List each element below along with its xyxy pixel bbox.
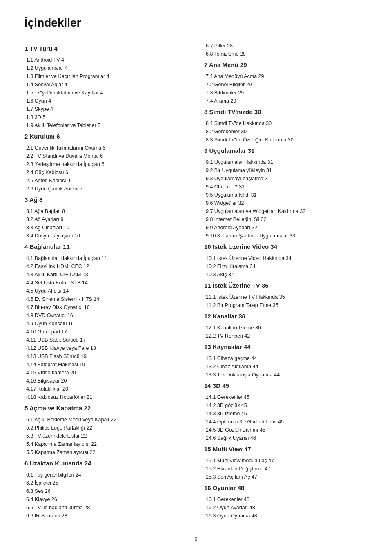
toc-entry: 2.1 Güvenlik Talimatlarını Okuma 6 <box>24 144 188 152</box>
toc-entry: 7.4 Arama 29 <box>204 97 368 105</box>
toc-entry: 4.12 USB Klavye veya Fare 18 <box>24 344 188 352</box>
section-heading-text: 6 Uzaktan Kumanda 24 <box>24 460 188 467</box>
toc-entry: 7.1 Ana Menüyü Açma 29 <box>204 72 368 81</box>
section-heading: 3 Ağ 8 <box>24 196 188 203</box>
toc-entry: 4.18 Kablosuz Hoparlörler 21 <box>24 393 188 401</box>
toc-entry: 4.14 Fotoğraf Makinesi 19 <box>24 360 188 369</box>
section-heading: 8 Şimdi TV'nizde 30 <box>204 108 368 115</box>
toc-entry: 15.3 Son Açılanı Aç 47 <box>204 473 368 481</box>
toc-entry: 6.8 Temizleme 28 <box>204 50 368 58</box>
toc-entry: 1.6 Oyun 4 <box>24 97 188 105</box>
toc-entry: 6.7 Piller 28 <box>204 42 368 50</box>
toc-entry: 5.4 Kapanma Zamanlayıcısı 22 <box>24 440 188 448</box>
toc-entry: 4.15 Video kamera 20 <box>24 369 188 377</box>
toc-entry: 2.2 TV Standı ve Duvara Montaj 6 <box>24 152 188 160</box>
section-heading-text: 1 TV Turu 4 <box>24 45 188 52</box>
toc-entry: 9.7 Uygulamaları ve Widget'ları Kaldırma… <box>204 207 368 215</box>
section-heading-text: 8 Şimdi TV'nizde 30 <box>204 108 368 115</box>
section-heading: 15 Multi View 47 <box>204 445 368 452</box>
toc-entry: 4.5 Uydu Alıcısı 14 <box>24 287 188 295</box>
toc-entry: 11.1 İstek Üzerine TV Hakkında 35 <box>204 293 368 301</box>
section-heading: 14 3D 45 <box>204 382 368 389</box>
toc-entry: 9.5 Uygulama Kilidi 31 <box>204 191 368 199</box>
toc-entry: 13.1 Cihaza geçme 44 <box>204 354 368 363</box>
section-heading-text: 2 Kurulum 6 <box>24 133 188 140</box>
toc-entry: 5.3 TV üzerindeki tuşlar 22 <box>24 432 188 440</box>
section-heading: 2 Kurulum 6 <box>24 133 188 140</box>
toc-entry: 14.1 Gerekenler 45 <box>204 393 368 401</box>
toc-entry: 8.3 Şimdi TV'de Özelliğini Kullanma 30 <box>204 136 368 144</box>
toc-entry: 9.2 Bir Uygulama yükleyin 31 <box>204 166 368 175</box>
toc-entry: 8.2 Gerekenler 30 <box>204 128 368 136</box>
toc-entry: 1.2 Uygulamalar 4 <box>24 64 188 72</box>
toc-entry: 10.2 Film Kiralama 34 <box>204 262 368 271</box>
section-heading-text: 4 Bağlantılar 11 <box>24 243 188 250</box>
toc-entry: 14.2 3D gözlük 45 <box>204 401 368 410</box>
toc-entry: 13.2 Cihaz Algılama 44 <box>204 363 368 371</box>
section-heading: 16 Oyunlar 48 <box>204 484 368 491</box>
section-heading: 12 Kanallar 36 <box>204 313 368 320</box>
section-heading: 4 Bağlantılar 11 <box>24 243 188 250</box>
toc-entry: 4.3 Akıllı Kartlı CI+ CAM 13 <box>24 271 188 279</box>
toc-entry: 6.3 Ses 26 <box>24 487 188 495</box>
section-heading-text: 13 Kaynaklar 44 <box>204 343 368 350</box>
toc-entry: 1.9 Akıllı Telefonlar ve Tabletler 5 <box>24 121 188 130</box>
toc-entry: 4.10 Gamepad 17 <box>24 328 188 336</box>
toc-entry: 8.1 Şimdi TV'de Hakkında 30 <box>204 119 368 128</box>
left-column: 1 TV Turu 41.1 Android TV 41.2 Uygulamal… <box>24 42 188 520</box>
toc-entry: 1.3 Filmler ve Kaçırılan Programlar 4 <box>24 72 188 81</box>
section-heading: 6 Uzaktan Kumanda 24 <box>24 460 188 467</box>
toc-entry: 4.6 Ev Sinema Sistemi - HTS 14 <box>24 295 188 303</box>
section-heading-text: 10 İstek Üzerine Video 34 <box>204 243 368 250</box>
toc-entry: 15.2 Ekranları Değiştirme 47 <box>204 465 368 473</box>
section-heading: 5 Açma ve Kapatma 22 <box>24 405 188 412</box>
toc-container: 1 TV Turu 41.1 Android TV 41.2 Uygulamal… <box>24 42 368 520</box>
section-heading-text: 9 Uygulamalar 31 <box>204 147 368 154</box>
toc-entry: 1.4 Sosyal Ağlar 4 <box>24 81 188 89</box>
page-title: İçindekiler <box>24 16 368 29</box>
toc-entry: 4.4 Set Üstü Kutu - STB 14 <box>24 279 188 287</box>
toc-entry: 2.3 Yerleştirme hakkında İpuçları 6 <box>24 160 188 168</box>
toc-entry: 16.1 Gerekenler 48 <box>204 495 368 504</box>
toc-entry: 10.3 Akış 34 <box>204 271 368 279</box>
toc-entry: 3.4 Dosya Paylaşımı 10 <box>24 232 188 240</box>
toc-entry: 5.2 Philips Logo Parlaklığı 22 <box>24 424 188 432</box>
toc-entry: 4.17 Kulaklıklar 20 <box>24 385 188 393</box>
section-heading: 7 Ana Menü 29 <box>204 61 368 68</box>
toc-entry: 4.2 EasyLink HDMI CEC 12 <box>24 262 188 271</box>
section-heading: 1 TV Turu 4 <box>24 45 188 52</box>
toc-entry: 6.1 Tuş genel bilgileri 24 <box>24 471 188 479</box>
toc-entry: 4.1 Bağlantılar Hakkında İpuçları 11 <box>24 254 188 262</box>
section-heading-text: 5 Açma ve Kapatma 22 <box>24 405 188 412</box>
toc-entry: 9.1 Uygulamalar Hakkında 31 <box>204 158 368 166</box>
toc-entry: 6.2 İşaretçi 25 <box>24 479 188 487</box>
toc-entry: 2.4 Güç Kablosu 6 <box>24 168 188 177</box>
section-heading-text: 15 Multi View 47 <box>204 445 368 452</box>
page-footer: 2 <box>24 536 368 542</box>
toc-entry: 16.3 Oyun Oynama 48 <box>204 512 368 520</box>
toc-entry: 14.5 3D Gözlük Bakımı 45 <box>204 426 368 434</box>
section-heading-text: 16 Oyunlar 48 <box>204 484 368 491</box>
section-heading: 9 Uygulamalar 31 <box>204 147 368 154</box>
toc-entry: 4.8 DVD Oynatıcı 16 <box>24 311 188 320</box>
section-heading: 13 Kaynaklar 44 <box>204 343 368 350</box>
toc-entry: 6.5 TV ile bağlantı kurma 28 <box>24 504 188 512</box>
section-heading-text: 14 3D 45 <box>204 382 368 389</box>
toc-entry: 9.9 Android Ayarları 32 <box>204 224 368 232</box>
section-heading-text: 11 İstek Üzerine TV 35 <box>204 282 368 289</box>
toc-entry: 16.2 Oyun Ayarları 48 <box>204 504 368 512</box>
toc-entry: 6.4 Klavye 26 <box>24 495 188 504</box>
toc-entry: 9.8 İnternet Belleğini Sil 32 <box>204 215 368 224</box>
toc-entry: 14.6 Sağlık Uyarısı 46 <box>204 434 368 442</box>
toc-entry: 7.3 Bildirimler 29 <box>204 89 368 97</box>
toc-entry: 4.7 Blu-ray Disk Oynatıcı 16 <box>24 303 188 311</box>
toc-entry: 9.4 Chrome™ 31 <box>204 183 368 191</box>
toc-entry: 14.3 3D izleme 45 <box>204 410 368 418</box>
toc-entry: 12.2 TV Rehberi 42 <box>204 332 368 340</box>
toc-entry: 2.5 Anten Kablosu 6 <box>24 177 188 185</box>
toc-entry: 5.5 Kapatma Zamanlayıcısı 22 <box>24 448 188 457</box>
toc-entry: 1.8 3D 5 <box>24 113 188 121</box>
toc-entry: 9.6 Widget'lar 32 <box>204 199 368 207</box>
toc-entry: 10.1 İstek Üzerine Video Hakkında 34 <box>204 254 368 262</box>
toc-entry: 11.2 Bir Program Talep Etme 35 <box>204 301 368 309</box>
